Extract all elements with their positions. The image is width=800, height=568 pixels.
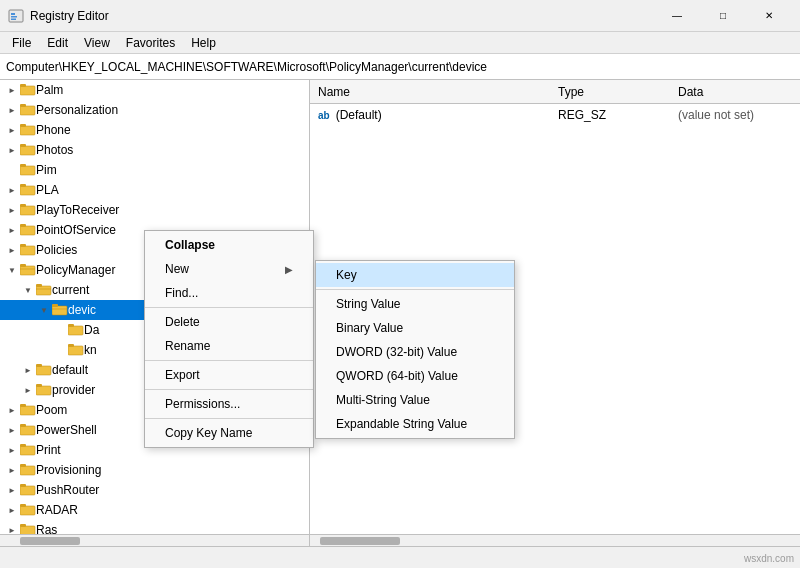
expand-arrow-icon[interactable]: ► [20,362,36,378]
folder-icon [20,422,36,439]
folder-icon [20,142,36,159]
right-h-scrollbar-thumb[interactable] [320,537,400,545]
context-menu[interactable]: CollapseNew▶Find...DeleteRenameExportPer… [144,230,314,448]
expand-arrow-icon[interactable]: ▼ [4,262,20,278]
svg-rect-52 [20,524,26,527]
submenu-item[interactable]: Binary Value [316,316,514,340]
svg-rect-31 [68,326,83,335]
svg-rect-18 [20,226,35,235]
tree-item-label: Photos [36,143,73,157]
context-menu-item[interactable]: Delete [145,310,313,334]
expand-arrow-icon[interactable]: ► [4,482,20,498]
tree-item[interactable]: ► RADAR [0,500,309,520]
menu-bar: File Edit View Favorites Help [0,32,800,54]
expand-arrow-icon[interactable]: ► [4,202,20,218]
submenu[interactable]: KeyString ValueBinary ValueDWORD (32-bit… [315,260,515,439]
cell-name: ab(Default) [314,106,554,124]
menu-edit[interactable]: Edit [39,34,76,52]
menu-separator [145,389,313,390]
expand-arrow-icon[interactable]: ► [4,82,20,98]
menu-view[interactable]: View [76,34,118,52]
menu-item-label: New [165,262,189,276]
maximize-button[interactable]: □ [700,0,746,32]
svg-rect-13 [20,164,26,167]
table-row[interactable]: ab(Default)REG_SZ(value not set) [310,104,800,126]
svg-rect-25 [36,286,51,295]
submenu-item[interactable]: Expandable String Value [316,412,514,436]
expand-arrow-icon[interactable]: ► [4,182,20,198]
ab-icon: ab [318,110,330,121]
menu-separator [145,307,313,308]
context-menu-item[interactable]: Collapse [145,233,313,257]
folder-icon [52,302,68,319]
expand-arrow-icon[interactable]: ► [20,382,36,398]
tree-item[interactable]: Pim [0,160,309,180]
close-button[interactable]: ✕ [746,0,792,32]
tree-item[interactable]: ► PushRouter [0,480,309,500]
folder-icon [20,182,36,199]
tree-item[interactable]: ► Photos [0,140,309,160]
menu-item-label: Export [165,368,200,382]
context-menu-item[interactable]: Rename [145,334,313,358]
expand-arrow-icon[interactable]: ► [4,462,20,478]
submenu-item[interactable]: Key [316,263,514,287]
expand-arrow-icon[interactable] [52,342,68,358]
expand-arrow-icon[interactable]: ► [4,222,20,238]
minimize-button[interactable]: — [654,0,700,32]
context-menu-item[interactable]: Copy Key Name [145,421,313,445]
svg-rect-14 [20,186,35,195]
folder-icon [68,342,84,359]
h-scrollbar[interactable] [0,534,309,546]
submenu-item[interactable]: QWORD (64-bit) Value [316,364,514,388]
right-h-scrollbar[interactable] [310,534,800,546]
submenu-item[interactable]: DWORD (32-bit) Value [316,340,514,364]
svg-rect-23 [20,264,26,267]
tree-item[interactable]: ► Personalization [0,100,309,120]
menu-item-label: Rename [165,339,210,353]
tree-item[interactable]: ► Phone [0,120,309,140]
menu-file[interactable]: File [4,34,39,52]
menu-help[interactable]: Help [183,34,224,52]
expand-arrow-icon[interactable]: ► [4,442,20,458]
expand-arrow-icon[interactable]: ▼ [36,302,52,318]
tree-item[interactable]: ► Palm [0,80,309,100]
expand-arrow-icon[interactable]: ► [4,502,20,518]
menu-item-label: Collapse [165,238,215,252]
menu-favorites[interactable]: Favorites [118,34,183,52]
context-menu-item[interactable]: Find... [145,281,313,305]
folder-icon [20,242,36,259]
svg-rect-41 [20,426,35,435]
address-bar[interactable]: Computer\HKEY_LOCAL_MACHINE\SOFTWARE\Mic… [0,54,800,80]
expand-arrow-icon[interactable]: ► [4,142,20,158]
tree-item[interactable]: ► PLA [0,180,309,200]
expand-arrow-icon[interactable]: ► [4,402,20,418]
expand-arrow-icon[interactable]: ► [4,122,20,138]
tree-item[interactable]: ► Provisioning [0,460,309,480]
context-menu-item[interactable]: Permissions... [145,392,313,416]
svg-rect-49 [20,506,35,515]
submenu-item[interactable]: String Value [316,292,514,316]
submenu-item[interactable]: Multi-String Value [316,388,514,412]
expand-arrow-icon[interactable]: ► [4,102,20,118]
folder-icon [36,282,52,299]
submenu-item-label: Expandable String Value [336,417,467,431]
tree-item-label: Da [84,323,99,337]
svg-rect-7 [20,104,26,107]
svg-rect-8 [20,126,35,135]
tree-item[interactable]: ► PlayToReceiver [0,200,309,220]
h-scrollbar-thumb[interactable] [20,537,80,545]
cell-data: (value not set) [674,106,800,124]
submenu-item-label: Multi-String Value [336,393,430,407]
context-menu-item[interactable]: Export [145,363,313,387]
svg-rect-1 [11,13,15,15]
expand-arrow-icon[interactable] [4,162,20,178]
menu-separator [145,360,313,361]
expand-arrow-icon[interactable]: ► [4,422,20,438]
tree-item-label: Provisioning [36,463,101,477]
folder-icon [68,322,84,339]
expand-arrow-icon[interactable]: ▼ [20,282,36,298]
expand-arrow-icon[interactable]: ► [4,242,20,258]
tree-item-label: PolicyManager [36,263,115,277]
context-menu-item[interactable]: New▶ [145,257,313,281]
expand-arrow-icon[interactable] [52,322,68,338]
